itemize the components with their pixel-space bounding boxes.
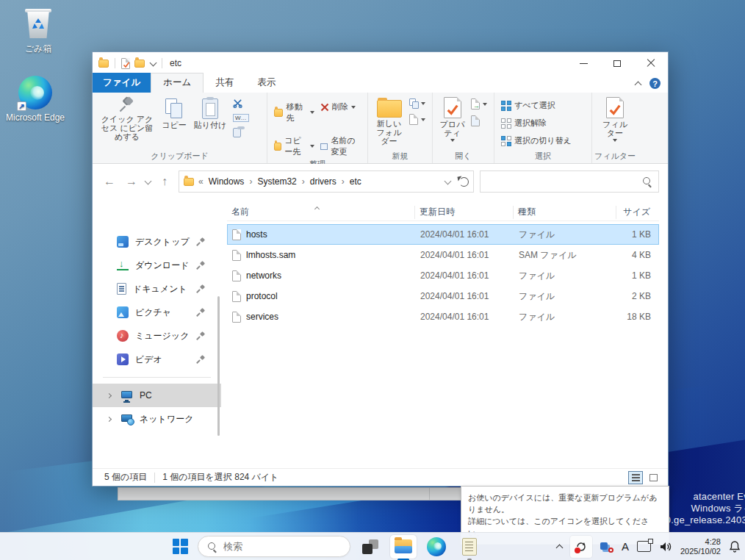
column-header-type[interactable]: 種類	[514, 206, 616, 219]
paste-button[interactable]: 貼り付け	[191, 96, 229, 131]
refresh-icon[interactable]	[459, 177, 469, 187]
copy-to-button[interactable]: コピー先	[272, 134, 317, 159]
network-tray-icon[interactable]	[637, 541, 651, 552]
address-dropdown-icon[interactable]	[445, 177, 452, 184]
tab-share[interactable]: 共有	[204, 73, 245, 93]
sidebar-item-documents[interactable]: ドキュメント	[93, 277, 221, 301]
tab-home[interactable]: ホーム	[151, 73, 204, 93]
back-button[interactable]: ←	[101, 175, 118, 188]
new-folder-button[interactable]: 新しい フォルダー	[372, 96, 406, 147]
taskbar-notepad[interactable]	[456, 535, 483, 559]
clock-time: 4:28	[680, 537, 721, 547]
select-all-button[interactable]: すべて選択	[499, 98, 558, 112]
rename-button[interactable]: 名前の変更	[318, 134, 363, 159]
tab-file[interactable]: ファイル	[93, 73, 151, 93]
tray-overflow-icon[interactable]	[555, 544, 563, 551]
sidebar-item-pictures[interactable]: ピクチャ	[93, 301, 221, 324]
sidebar-item-network[interactable]: ネットワーク	[93, 407, 221, 431]
select-none-button[interactable]: 選択解除	[499, 116, 549, 130]
column-header-name[interactable]: 名前	[227, 206, 415, 219]
notifications-bell-icon[interactable]	[729, 540, 741, 553]
details-view-button[interactable]	[628, 471, 643, 484]
volume-tray-icon[interactable]	[659, 541, 672, 553]
qat-customize-icon[interactable]	[150, 59, 157, 66]
sidebar-item-videos[interactable]: ビデオ	[93, 348, 221, 371]
pin-to-quick-access-button[interactable]: クイック アクセス にピン留めする	[97, 96, 157, 143]
open-button[interactable]: →	[469, 97, 489, 111]
taskbar-edge[interactable]	[423, 535, 450, 559]
maximize-button[interactable]	[600, 52, 634, 74]
breadcrumb-item-windows[interactable]: Windows	[209, 176, 245, 187]
table-row-hosts[interactable]: hosts 2024/04/01 16:01 ファイル 1 KB	[227, 224, 659, 245]
nav-scrollbar[interactable]	[217, 296, 220, 436]
breadcrumb-overflow[interactable]: «	[198, 176, 204, 187]
table-row-lmhosts[interactable]: lmhosts.sam 2024/04/01 16:01 SAM ファイル 4 …	[227, 245, 659, 265]
search-box[interactable]	[480, 170, 659, 193]
new-item-button[interactable]	[407, 112, 428, 126]
column-header-date[interactable]: 更新日時	[415, 206, 514, 219]
paste-shortcut-icon	[233, 128, 241, 137]
help-icon[interactable]: ?	[649, 78, 661, 89]
close-button[interactable]	[634, 52, 668, 74]
network-icon	[121, 413, 133, 425]
delete-x-icon	[320, 103, 329, 112]
column-header-size[interactable]: サイズ	[616, 206, 655, 219]
properties-qat-icon[interactable]	[121, 58, 130, 69]
thumbnail-view-button[interactable]	[646, 471, 661, 484]
sidebar-item-music[interactable]: ミュージック	[93, 324, 221, 348]
invert-selection-button[interactable]: 選択の切り替え	[499, 134, 574, 148]
copy-button[interactable]: コピー	[159, 96, 190, 131]
tab-view[interactable]: 表示	[245, 73, 287, 93]
sidebar-item-desktop[interactable]: デスクトップ	[93, 230, 221, 254]
thumbnail-view-icon	[649, 474, 658, 481]
edit-button[interactable]	[469, 114, 489, 128]
title-bar[interactable]: etc	[93, 52, 668, 74]
move-to-button[interactable]: 移動先	[272, 100, 317, 125]
recycle-bin-icon	[24, 7, 53, 40]
table-row-services[interactable]: services 2024/04/01 16:01 ファイル 18 KB	[227, 306, 659, 327]
table-row-protocol[interactable]: protocol 2024/04/01 16:01 ファイル 2 KB	[227, 286, 659, 306]
recent-locations-icon[interactable]	[145, 177, 152, 184]
copy-path-button[interactable]: W…	[231, 112, 251, 123]
delete-button[interactable]: 削除	[318, 100, 363, 114]
breadcrumb-item-drivers[interactable]: drivers	[310, 176, 336, 187]
paste-shortcut-button[interactable]	[231, 126, 251, 139]
cut-button[interactable]	[231, 97, 251, 110]
taskbar-file-explorer[interactable]	[390, 535, 417, 559]
windows-update-tray-icon[interactable]	[570, 536, 592, 558]
taskbar-search[interactable]	[198, 536, 350, 557]
address-bar[interactable]: « Windows › System32 › drivers › etc	[179, 170, 474, 193]
start-button[interactable]	[169, 535, 191, 559]
forward-button[interactable]: →	[123, 175, 140, 188]
properties-button[interactable]: プロパティ	[437, 96, 467, 143]
sidebar-item-pc[interactable]: PC	[93, 384, 221, 407]
desktop-icon-edge[interactable]: ↗ Microsoft Edge	[4, 76, 66, 123]
sidebar-item-downloads[interactable]: ダウンロード	[93, 254, 221, 277]
ribbon: クイック アクセス にピン留めする コピー 貼り付け	[93, 93, 668, 164]
notepad-icon	[462, 538, 477, 556]
collapse-ribbon-icon[interactable]	[635, 81, 642, 88]
up-button[interactable]: ↑	[156, 175, 173, 188]
rename-icon	[320, 143, 328, 150]
expand-chevron-icon[interactable]	[103, 417, 115, 421]
ribbon-group-new: 新しい フォルダー 新規	[368, 93, 433, 163]
filter-button[interactable]: フィルター	[599, 96, 631, 143]
ime-mode-indicator[interactable]: A	[622, 540, 629, 553]
expand-chevron-icon[interactable]	[103, 394, 115, 398]
file-icon	[232, 312, 241, 323]
table-row-networks[interactable]: networks 2024/04/01 16:01 ファイル 1 KB	[227, 265, 659, 286]
device-tray-icon[interactable]	[600, 541, 613, 553]
copy-icon	[165, 98, 183, 119]
sort-ascending-icon	[315, 201, 319, 214]
task-view-button[interactable]	[357, 535, 384, 559]
breadcrumb: « Windows › System32 › drivers › etc	[198, 176, 441, 187]
breadcrumb-item-etc[interactable]: etc	[350, 176, 361, 187]
easy-access-button[interactable]	[407, 97, 428, 110]
taskbar-search-input[interactable]	[223, 541, 312, 552]
desktop-icon-recycle-bin[interactable]: ごみ箱	[7, 7, 69, 55]
search-input[interactable]	[486, 176, 642, 187]
breadcrumb-item-system32[interactable]: System32	[257, 176, 296, 187]
minimize-button[interactable]	[566, 52, 600, 74]
taskbar-clock[interactable]: 4:28 2025/10/02	[680, 537, 721, 556]
new-folder-qat-icon[interactable]	[134, 60, 145, 68]
